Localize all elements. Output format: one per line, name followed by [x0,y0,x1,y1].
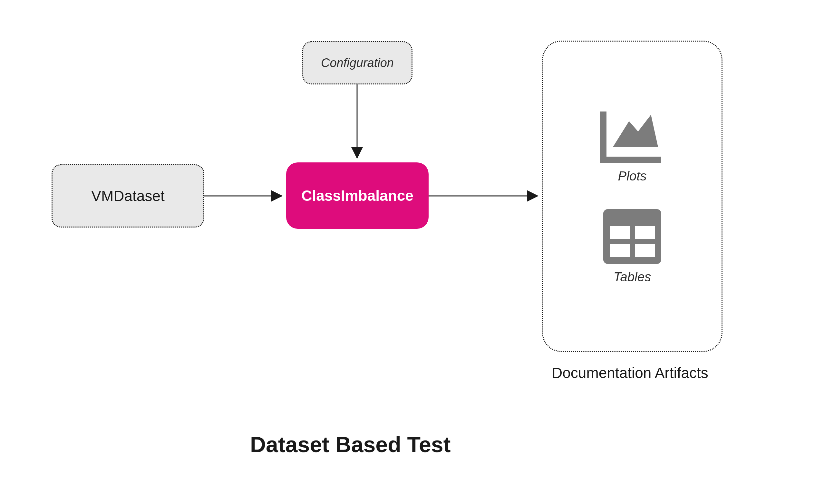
table-icon [603,209,661,265]
area-chart-icon [600,108,664,164]
artifacts-caption: Documentation Artifacts [552,364,708,382]
node-configuration-label: Configuration [321,56,394,70]
diagram-title: Dataset Based Test [250,432,450,457]
node-classimbalance-label: ClassImbalance [301,187,413,204]
node-vmdataset: VMDataset [51,164,204,227]
artifact-tables-label: Tables [614,270,651,284]
artifact-plots-label: Plots [618,169,647,183]
svg-rect-1 [610,226,630,239]
artifacts-container: Plots Tables [542,40,722,352]
arrow-vmdataset-to-classimbalance [204,193,286,199]
svg-rect-4 [635,244,655,257]
svg-rect-2 [635,226,655,239]
diagram-canvas: VMDataset Configuration ClassImbalance P… [0,0,824,504]
artifact-tables: Tables [603,209,661,284]
arrow-configuration-to-classimbalance [354,84,360,163]
arrow-classimbalance-to-artifacts [429,193,542,199]
node-vmdataset-label: VMDataset [91,187,165,205]
artifact-plots: Plots [600,108,664,183]
node-classimbalance: ClassImbalance [286,163,429,229]
svg-rect-3 [610,244,630,257]
node-configuration: Configuration [302,41,412,84]
